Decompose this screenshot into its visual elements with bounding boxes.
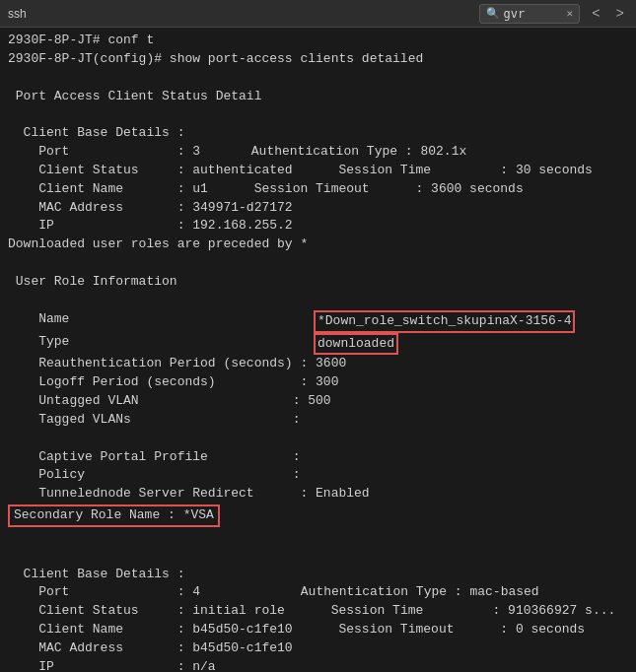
- search-input[interactable]: [504, 7, 563, 21]
- terminal-content: 2930F-8P-JT# conf t 2930F-8P-JT(config)#…: [0, 28, 636, 672]
- port-label-1: Port : 3: [8, 143, 205, 162]
- prompt-line-1: 2930F-8P-JT# conf t: [8, 32, 628, 50]
- name-value-highlighted: *Down_role_switch_skupinaX-3156-4: [314, 310, 575, 333]
- client-status-row-1: Client Status : authenticated Session Ti…: [8, 162, 628, 180]
- blank-line-5: [8, 430, 628, 448]
- downloaded-note-1: Downloaded user roles are preceded by *: [8, 235, 628, 254]
- reauth-row: Reauthentication Period (seconds) : 3600: [8, 355, 628, 373]
- nav-prev-button[interactable]: <: [588, 6, 603, 22]
- session-time-2: Session Time : 910366927 s...: [285, 602, 615, 621]
- user-role-header: User Role Information: [8, 273, 628, 292]
- blank-line-1: [8, 69, 628, 88]
- type-label: Type: [8, 333, 314, 356]
- tagged-vlans-row: Tagged VLANs :: [8, 411, 628, 430]
- blank-line-4: [8, 292, 628, 310]
- auth-type-2: Authentication Type : mac-based: [254, 583, 539, 602]
- ip-row-1: IP : 192.168.255.2: [8, 217, 628, 235]
- client-name-label-1: Client Name : u1: [8, 180, 208, 199]
- search-bar[interactable]: 🔍 ✕: [479, 4, 581, 24]
- nav-next-button[interactable]: >: [612, 6, 628, 22]
- secondary-role-row: Secondary Role Name : *VSA: [8, 504, 628, 527]
- captive-portal-row: Captive Portal Profile :: [8, 448, 628, 467]
- secondary-role-highlighted: Secondary Role Name : *VSA: [8, 504, 220, 527]
- port-label-2: Port : 4: [8, 583, 254, 602]
- name-highlight-box: *Down_role_switch_skupinaX-3156-4: [314, 310, 575, 333]
- type-highlight-box: downloaded: [314, 333, 398, 356]
- titlebar: ssh 🔍 ✕ < >: [0, 0, 636, 28]
- session-time-1: Session Time : 30 seconds: [293, 162, 593, 180]
- untagged-vlan-row: Untagged VLAN : 500: [8, 392, 628, 411]
- port-access-status-header: Port Access Client Status Detail: [8, 88, 628, 106]
- client-base-header-1: Client Base Details :: [8, 124, 628, 143]
- blank-line-2: [8, 105, 628, 124]
- ip-row-2: IP : n/a: [8, 658, 628, 672]
- client-name-row-2: Client Name : b45d50-c1fe10 Session Time…: [8, 621, 628, 639]
- client-name-label-2: Client Name : b45d50-c1fe10: [8, 621, 293, 639]
- port-row-1: Port : 3 Authentication Type : 802.1x: [8, 143, 628, 162]
- port-row-2: Port : 4 Authentication Type : mac-based: [8, 583, 628, 602]
- blank-line-3: [8, 254, 628, 273]
- tunnelednode-row: Tunnelednode Server Redirect : Enabled: [8, 485, 628, 504]
- mac-address-row-1: MAC Address : 349971-d27172: [8, 199, 628, 218]
- name-label: Name: [8, 310, 314, 333]
- policy-row: Policy :: [8, 466, 628, 485]
- auth-type-1: Authentication Type : 802.1x: [205, 143, 466, 162]
- search-clear-icon[interactable]: ✕: [567, 7, 574, 20]
- session-timeout-2: Session Timeout : 0 seconds: [293, 621, 585, 639]
- logoff-row: Logoff Period (seconds) : 300: [8, 373, 628, 392]
- client-base-header-2: Client Base Details :: [8, 566, 628, 584]
- window-title: ssh: [8, 7, 27, 21]
- type-row: Type downloaded: [8, 333, 628, 356]
- blank-line-6: [8, 528, 628, 547]
- client-status-label-2: Client Status : initial role: [8, 602, 285, 621]
- client-status-label-1: Client Status : authenticated: [8, 162, 293, 180]
- prompt-line-2: 2930F-8P-JT(config)# show port-access cl…: [8, 50, 628, 69]
- blank-line-7: [8, 547, 628, 566]
- type-value-continued: downloaded: [314, 333, 398, 356]
- search-icon: 🔍: [486, 7, 500, 20]
- name-row: Name *Down_role_switch_skupinaX-3156-4: [8, 310, 628, 333]
- client-status-row-2: Client Status : initial role Session Tim…: [8, 602, 628, 621]
- session-timeout-1: Session Timeout : 3600 seconds: [208, 180, 524, 199]
- mac-address-row-2: MAC Address : b45d50-c1fe10: [8, 639, 628, 658]
- client-name-row-1: Client Name : u1 Session Timeout : 3600 …: [8, 180, 628, 199]
